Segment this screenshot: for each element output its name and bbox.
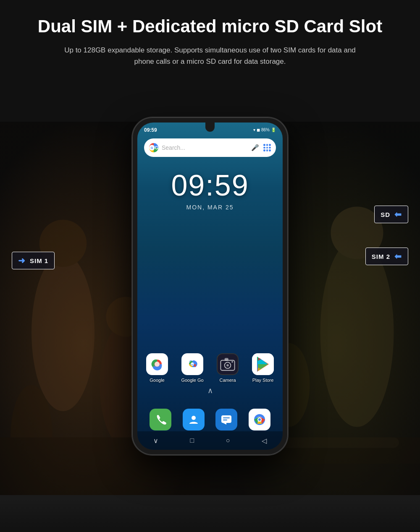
main-title: Dual SIM + Dedicated micro SD Card Slot xyxy=(34,17,386,36)
sd-text: SD xyxy=(381,211,390,218)
nav-home[interactable]: ○ xyxy=(226,437,230,444)
sd-arrow: ⬅ xyxy=(394,209,402,219)
svg-point-26 xyxy=(231,361,233,363)
svg-point-34 xyxy=(192,416,196,420)
apps-grid-icon[interactable] xyxy=(263,144,271,151)
dock-contacts[interactable] xyxy=(183,409,205,430)
clock-date: MON, MAR 25 xyxy=(137,204,283,211)
sim2-text: SIM 2 xyxy=(372,253,390,260)
battery-icon: 🔋 xyxy=(271,128,276,132)
search-right-icons: 🎤 xyxy=(251,144,271,151)
google-logo: G xyxy=(149,143,158,152)
phone: 09:59 ▾ ◼ 86% 🔋 G xyxy=(132,117,288,455)
google-app-label: Google xyxy=(150,378,164,383)
app-grid: Google GO GO xyxy=(137,353,283,383)
svg-point-42 xyxy=(258,418,261,421)
sim1-text: SIM 1 xyxy=(30,257,48,264)
app-camera[interactable]: Camera xyxy=(213,353,242,383)
svg-text:G: G xyxy=(151,146,153,150)
dock-chrome[interactable] xyxy=(249,409,270,430)
svg-marker-36 xyxy=(223,423,226,425)
app-googlego[interactable]: GO GO Google Go xyxy=(178,353,207,383)
app-google[interactable]: Google xyxy=(143,353,171,383)
camera-app-label: Camera xyxy=(219,378,236,383)
sd-label: SD ⬅ xyxy=(374,206,408,223)
phone-notch xyxy=(205,123,215,132)
nav-back[interactable]: ◁ xyxy=(262,437,267,445)
sim1-label: ➜ SIM 1 xyxy=(12,252,55,269)
svg-rect-37 xyxy=(223,417,230,418)
subtitle: Up to 128GB expandable storage. Supports… xyxy=(63,44,357,67)
svg-point-6 xyxy=(320,238,394,427)
chevron-up[interactable]: ∧ xyxy=(207,386,213,395)
top-section: Dual SIM + Dedicated micro SD Card Slot … xyxy=(0,0,420,122)
app-playstore[interactable]: Play Store xyxy=(249,353,277,383)
svg-rect-11 xyxy=(210,464,420,495)
phone-outer: 09:59 ▾ ◼ 86% 🔋 G xyxy=(132,117,288,455)
dock-messages[interactable] xyxy=(215,409,237,430)
clock-time: 09:59 xyxy=(137,169,283,202)
sim2-arrow: ⬅ xyxy=(394,251,402,261)
dock-phone[interactable] xyxy=(150,409,171,430)
googlego-app-label: Google Go xyxy=(181,378,203,383)
wifi-icon: ▾ xyxy=(253,128,255,132)
nav-recents[interactable]: □ xyxy=(190,437,194,444)
svg-rect-16 xyxy=(154,362,160,367)
svg-text:GO: GO xyxy=(190,363,194,366)
dock xyxy=(144,409,276,430)
battery-text: 86% xyxy=(261,128,270,132)
mic-icon[interactable]: 🎤 xyxy=(251,144,259,151)
signal-icon: ◼ xyxy=(257,128,260,132)
sim2-label: SIM 2 ⬅ xyxy=(365,248,408,265)
search-bar[interactable]: G Search... 🎤 xyxy=(144,138,276,157)
nav-bar: ∨ □ ○ ◁ xyxy=(137,431,283,450)
camera-app-icon[interactable] xyxy=(217,353,239,375)
playstore-app-icon[interactable] xyxy=(252,353,274,375)
svg-rect-38 xyxy=(223,420,227,420)
clock-display: 09:59 MON, MAR 25 xyxy=(137,169,283,211)
sim1-arrow: ➜ xyxy=(18,256,26,266)
status-time: 09:59 xyxy=(144,127,157,133)
svg-point-24 xyxy=(226,364,229,367)
search-placeholder: Search... xyxy=(162,144,248,151)
status-icons: ▾ ◼ 86% 🔋 xyxy=(253,128,276,132)
svg-point-0 xyxy=(32,254,94,411)
google-app-icon[interactable] xyxy=(146,353,168,375)
phone-screen: 09:59 ▾ ◼ 86% 🔋 G xyxy=(137,123,283,450)
playstore-app-label: Play Store xyxy=(252,378,274,383)
svg-rect-25 xyxy=(225,358,228,360)
nav-down[interactable]: ∨ xyxy=(153,437,158,445)
googlego-app-icon[interactable]: GO GO xyxy=(181,353,203,375)
svg-rect-35 xyxy=(221,415,231,423)
bottom-gradient xyxy=(0,498,420,532)
